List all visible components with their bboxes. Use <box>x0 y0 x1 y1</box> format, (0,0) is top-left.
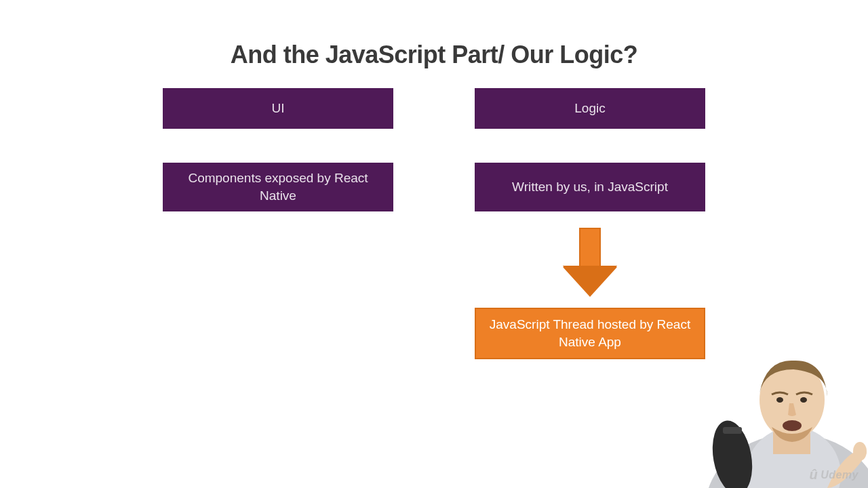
logic-sub-box: Written by us, in JavaScript <box>475 163 705 211</box>
column-ui: UI Components exposed by React Native <box>163 88 393 359</box>
watermark-text: Udemy <box>821 469 859 481</box>
ui-sub-box: Components exposed by React Native <box>163 163 393 211</box>
ui-sub-text: Components exposed by React Native <box>174 169 382 204</box>
diagram-columns: UI Components exposed by React Native Lo… <box>0 88 868 359</box>
watermark: û Udemy <box>809 467 859 483</box>
logic-result-text: JavaScript Thread hosted by React Native… <box>487 316 693 350</box>
svg-point-5 <box>800 397 807 403</box>
svg-rect-8 <box>723 427 742 434</box>
logic-sub-text: Written by us, in JavaScript <box>512 178 668 196</box>
watermark-logo-icon: û <box>809 467 818 483</box>
presenter-webcam <box>692 332 868 488</box>
svg-point-9 <box>853 442 867 461</box>
arrow-down-icon <box>566 228 614 296</box>
slide-title: And the JavaScript Part/ Our Logic? <box>0 41 868 69</box>
svg-point-6 <box>783 420 802 431</box>
column-logic: Logic Written by us, in JavaScript JavaS… <box>475 88 705 359</box>
ui-header-text: UI <box>272 100 285 117</box>
svg-point-4 <box>776 397 783 403</box>
logic-header-text: Logic <box>574 100 605 117</box>
ui-header-box: UI <box>163 88 393 129</box>
logic-result-box: JavaScript Thread hosted by React Native… <box>475 308 705 359</box>
logic-header-box: Logic <box>475 88 705 129</box>
